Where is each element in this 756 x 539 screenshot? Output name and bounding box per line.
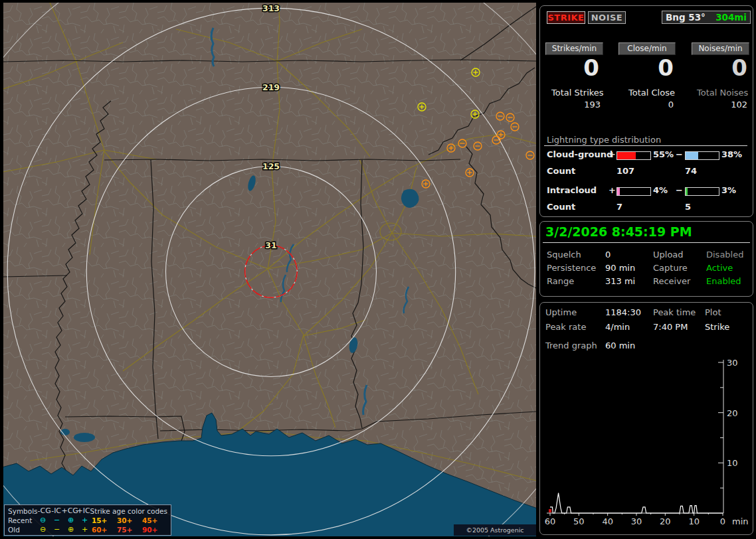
cg-plus-sign: +	[609, 149, 616, 159]
noises-per-min-value: 0	[692, 55, 747, 80]
neg-cg-old-icon: ⊖	[36, 525, 50, 534]
svg-text:20: 20	[727, 408, 738, 418]
bearing-range: 304mi	[715, 12, 747, 23]
cg-positive-bar	[616, 151, 651, 160]
legend-col-neg-ic: -IC	[51, 506, 62, 516]
trend-graph: 1020306050403020100min	[540, 303, 753, 534]
capture-status: Active	[706, 263, 733, 273]
range-value: 313 mi	[605, 276, 635, 286]
legend-col-pos-ic: +IC	[76, 506, 90, 516]
legend-col-neg-cg: -CG	[38, 506, 51, 516]
upload-label: Upload	[653, 250, 684, 260]
map-canvas[interactable]: 31321912531	[3, 3, 536, 536]
cg-negative-pct: 38%	[721, 149, 742, 159]
persistence-label: Persistence	[547, 263, 596, 273]
strikes-per-min-button[interactable]: Strikes/min	[545, 42, 603, 55]
noise-button[interactable]: NOISE	[588, 11, 626, 24]
range-label: Range	[547, 276, 574, 286]
ic-positive-bar	[616, 187, 651, 196]
svg-text:0: 0	[720, 516, 725, 526]
distribution-title: Lightning type distribution	[547, 135, 661, 145]
map-legend: Symbols -CG -IC +CG +IC Strike age color…	[4, 504, 171, 536]
bearing-label: Bng 53°	[666, 12, 706, 23]
capture-label: Capture	[653, 263, 688, 273]
ic-negative-pct: 3%	[721, 185, 736, 195]
receiver-label: Receiver	[653, 276, 690, 286]
legend-symbols-header: Symbols	[8, 506, 38, 516]
lightning-map[interactable]: 31321912531 Symbols -CG -IC +CG +IC Stri…	[3, 3, 536, 536]
close-per-min-value: 0	[618, 55, 674, 80]
svg-text:40: 40	[602, 516, 613, 526]
nexstorm-window: 31321912531 Symbols -CG -IC +CG +IC Stri…	[0, 0, 756, 539]
strike-button[interactable]: STRIKE	[547, 11, 585, 24]
svg-text:50: 50	[573, 516, 585, 526]
datetime-divider	[543, 242, 750, 243]
intracloud-label: Intracloud	[547, 185, 597, 195]
age-codes-row-2: 60+ 75+ 90+	[92, 525, 167, 534]
ic-plus-sign: +	[609, 185, 616, 195]
legend-recent-label: Recent	[8, 516, 36, 525]
legend-col-pos-cg: +CG	[61, 506, 76, 516]
legend-header-row: Symbols -CG -IC +CG +IC Strike age color…	[8, 506, 167, 516]
distribution-divider	[544, 145, 747, 146]
total-noises-label: Total Noises	[697, 88, 748, 98]
cg-negative-bar-fill	[686, 152, 698, 159]
svg-text:20: 20	[660, 516, 671, 526]
legend-recent-row: Recent ⊖ − ⊕ + 15+ 30+ 45+	[8, 516, 167, 525]
status-panel: 3/2/2026 8:45:19 PM Squelch 0 Persistenc…	[539, 221, 753, 297]
copyright-notice: ©2005 Astrogenic Systems	[454, 524, 536, 536]
svg-text:31: 31	[265, 240, 276, 250]
svg-text:10: 10	[727, 458, 738, 468]
svg-text:30: 30	[727, 358, 738, 368]
age-code-30: 30+	[117, 516, 142, 525]
age-code-90: 90+	[142, 525, 167, 534]
bearing-display: Bng 53° 304mi	[662, 11, 751, 24]
ic-negative-bar-fill	[686, 188, 688, 195]
svg-text:60: 60	[545, 516, 556, 526]
cg-count-label: Count	[547, 166, 575, 176]
ic-negative-count: 5	[685, 202, 691, 212]
trend-panel: Uptime 1184:30 Peak time Plot Peak rate …	[539, 302, 753, 535]
ic-negative-bar	[685, 187, 719, 196]
legend-old-label: Old	[8, 525, 36, 534]
age-code-75: 75+	[117, 525, 142, 534]
age-code-15: 15+	[92, 516, 117, 525]
persistence-value: 90 min	[605, 263, 635, 273]
total-close-label: Total Close	[628, 88, 675, 98]
svg-text:313: 313	[262, 3, 280, 13]
cg-negative-bar	[685, 151, 719, 160]
total-strikes-label: Total Strikes	[551, 88, 604, 98]
total-close-value: 0	[618, 100, 674, 110]
neg-cg-recent-icon: ⊖	[36, 516, 50, 525]
squelch-value: 0	[605, 250, 611, 260]
cg-positive-bar-fill	[617, 152, 636, 159]
pos-ic-old-icon: +	[78, 525, 92, 534]
cg-positive-pct: 55%	[653, 149, 674, 159]
legend-age-header: Strike age color codes	[90, 506, 167, 516]
close-per-min-button[interactable]: Close/min	[618, 42, 676, 55]
pos-ic-recent-icon: +	[78, 516, 92, 525]
strikes-per-min-value: 0	[545, 55, 599, 80]
pos-cg-old-icon: ⊕	[64, 525, 78, 534]
cg-minus-sign: −	[676, 149, 683, 159]
total-noises-value: 102	[692, 100, 747, 110]
legend-old-row: Old ⊖ − ⊕ + 60+ 75+ 90+	[8, 525, 167, 534]
svg-text:10: 10	[688, 516, 700, 526]
strike-stats-panel: STRIKE NOISE Bng 53° 304mi Strikes/min C…	[539, 5, 753, 217]
svg-text:125: 125	[262, 161, 280, 171]
noises-per-min-button[interactable]: Noises/min	[692, 42, 749, 55]
ic-positive-pct: 4%	[653, 185, 668, 195]
upload-status: Disabled	[706, 250, 743, 260]
total-strikes-value: 193	[545, 100, 601, 110]
cloud-ground-label: Cloud-ground	[547, 149, 613, 159]
ic-positive-bar-fill	[617, 188, 620, 195]
svg-text:30: 30	[631, 516, 642, 526]
squelch-label: Squelch	[547, 250, 581, 260]
ic-count-label: Count	[547, 202, 575, 212]
age-code-60: 60+	[92, 525, 117, 534]
age-code-45: 45+	[142, 516, 167, 525]
current-datetime: 3/2/2026 8:45:19 PM	[545, 224, 692, 239]
cg-negative-count: 74	[685, 166, 697, 176]
neg-ic-recent-icon: −	[50, 516, 64, 525]
cg-positive-count: 107	[616, 166, 634, 176]
